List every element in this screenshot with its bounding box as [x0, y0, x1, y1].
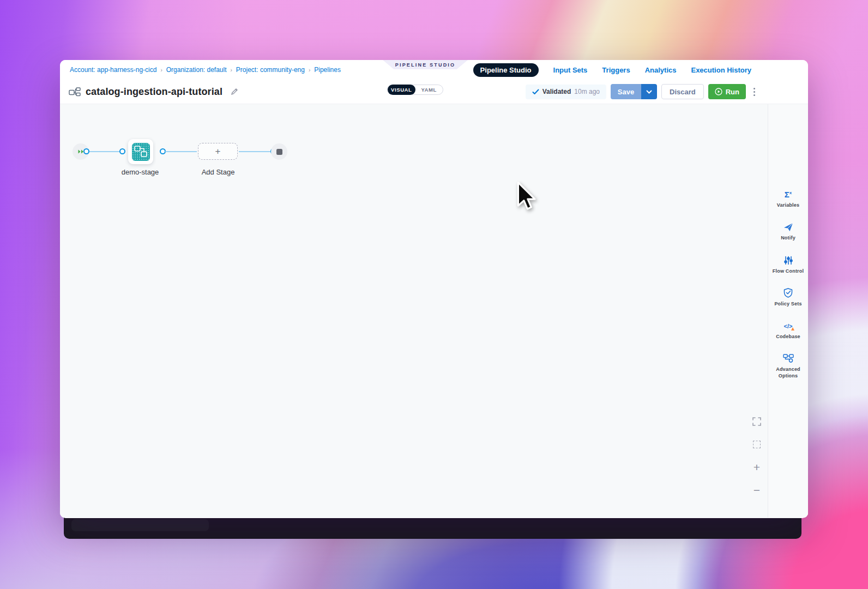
pipeline-toolbar: Validated 10m ago Save Discard Run [526, 84, 758, 99]
sidebar-item-flow-control[interactable]: Flow Control [773, 255, 804, 274]
tab-pipeline-studio[interactable]: Pipeline Studio [473, 63, 539, 77]
sidebar-item-codebase[interactable]: </> Codebase [773, 321, 804, 340]
visual-yaml-toggle: VISUAL YAML [387, 85, 443, 95]
validated-time: 10m ago [574, 88, 600, 95]
right-sidebar: Σx Variables Notify Flow Control [768, 104, 808, 518]
connector-port [83, 148, 89, 154]
pipeline-canvas[interactable]: + demo-stage Add Stage + − [60, 104, 808, 518]
toggle-yaml[interactable]: YAML [415, 85, 443, 95]
validated-badge: Validated 10m ago [526, 85, 606, 99]
title-toolbar: catalog-ingestion-api-tutorial VISUAL YA… [60, 80, 808, 104]
background-terminal-tab [71, 519, 209, 531]
page-title: catalog-ingestion-api-tutorial [86, 86, 222, 98]
run-button[interactable]: Run [708, 84, 746, 99]
tab-input-sets[interactable]: Input Sets [553, 66, 588, 74]
pipeline-icon [69, 87, 81, 97]
validated-label: Validated [542, 88, 571, 95]
codebase-icon: </> [784, 321, 793, 331]
stage-node-demo-stage[interactable] [128, 139, 153, 164]
breadcrumb-pipelines[interactable]: Pipelines [314, 66, 341, 74]
start-icon [78, 149, 84, 154]
save-split-button: Save [611, 84, 657, 99]
sidebar-item-advanced-options[interactable]: Advanced Options [773, 353, 804, 379]
sidebar-item-notify[interactable]: Notify [773, 222, 804, 241]
advanced-options-icon [783, 353, 794, 364]
tab-triggers[interactable]: Triggers [602, 66, 630, 74]
run-label: Run [726, 88, 739, 96]
more-options-kebab-icon[interactable] [750, 86, 758, 98]
plus-icon: + [215, 146, 221, 157]
notify-icon [783, 222, 793, 232]
breadcrumb-project[interactable]: Project: community-eng [236, 66, 305, 74]
sidebar-item-variables[interactable]: Σx Variables [773, 189, 804, 208]
breadcrumb: Account: app-harness-ng-cicd › Organizat… [70, 66, 341, 74]
breadcrumb-organization[interactable]: Organization: default [166, 66, 227, 74]
zoom-out-button[interactable]: − [751, 485, 762, 496]
policy-sets-shield-icon [783, 288, 793, 298]
tab-execution-history[interactable]: Execution History [691, 66, 751, 74]
toggle-visual[interactable]: VISUAL [388, 85, 415, 95]
fit-to-screen-icon[interactable] [751, 439, 762, 450]
zoom-in-button[interactable]: + [751, 462, 762, 473]
sidebar-item-policy-sets[interactable]: Policy Sets [773, 288, 804, 307]
discard-button[interactable]: Discard [661, 84, 704, 99]
edit-pencil-icon[interactable] [231, 88, 238, 95]
play-icon [715, 88, 722, 95]
tab-analytics[interactable]: Analytics [645, 66, 677, 74]
pipeline-end-node [271, 143, 287, 160]
add-stage-label: Add Stage [185, 168, 251, 176]
stop-icon [276, 149, 282, 155]
top-header: Account: app-harness-ng-cicd › Organizat… [60, 60, 808, 80]
flow-control-icon [784, 255, 793, 266]
breadcrumb-separator: › [231, 67, 232, 73]
edge-add-to-end [239, 151, 270, 152]
save-dropdown-button[interactable] [641, 84, 657, 99]
breadcrumb-separator: › [309, 67, 310, 73]
mouse-cursor [516, 182, 537, 214]
sigma-icon: Σx [785, 189, 792, 200]
pipeline-studio-badge: PIPELINE STUDIO [383, 60, 468, 69]
fullscreen-icon[interactable] [751, 416, 762, 427]
custom-stage-icon [132, 143, 150, 161]
canvas-zoom-controls: + − [751, 416, 762, 496]
check-icon [532, 89, 539, 95]
pipeline-studio-window: Account: app-harness-ng-cicd › Organizat… [60, 60, 808, 518]
stage-label: demo-stage [107, 168, 173, 176]
connector-port [119, 148, 125, 154]
breadcrumb-separator: › [160, 67, 162, 73]
pipeline-title-group: catalog-ingestion-api-tutorial [69, 86, 238, 98]
chevron-down-icon [646, 90, 652, 94]
save-button[interactable]: Save [611, 84, 641, 99]
nav-tabs: Pipeline Studio Input Sets Triggers Anal… [473, 60, 751, 80]
edge-start-to-stage [88, 151, 121, 152]
add-stage-button[interactable]: + [198, 143, 238, 160]
breadcrumb-account[interactable]: Account: app-harness-ng-cicd [70, 66, 156, 74]
edge-stage-to-add [165, 151, 197, 152]
